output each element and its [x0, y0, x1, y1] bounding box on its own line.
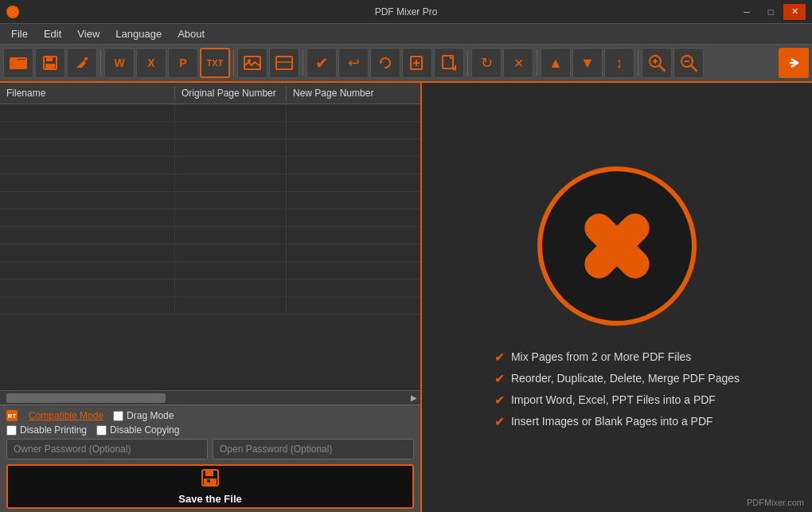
disable-printing-checkbox[interactable] [6, 425, 17, 436]
zoom-in-button[interactable] [642, 48, 672, 78]
table-row [0, 174, 420, 192]
svg-rect-8 [45, 64, 55, 68]
shapes-button[interactable] [269, 48, 299, 78]
table-row [0, 104, 420, 122]
extract-button[interactable] [67, 48, 97, 78]
table-row [0, 279, 420, 297]
txt-button[interactable]: TXT [200, 48, 230, 78]
svg-rect-30 [205, 470, 213, 476]
check-button[interactable]: ✔ [306, 48, 337, 78]
drag-mode-checkbox[interactable] [113, 411, 123, 421]
add-page-button[interactable] [402, 48, 432, 78]
minimize-button[interactable]: ─ [736, 4, 758, 20]
right-panel: ✔ Mix Pages from 2 or More PDF Files ✔ R… [422, 83, 812, 512]
bottom-controls: RT Compatible Mode Drag Mode Disable Pri… [0, 405, 420, 512]
image-button[interactable] [237, 48, 267, 78]
window-title: PDF Mixer Pro [375, 6, 438, 18]
compatible-mode-link[interactable]: Compatible Mode [29, 410, 103, 421]
feature-text-2: Reorder, Duplicate, Delete, Merge PDF Pa… [511, 372, 740, 385]
close-button[interactable]: ✕ [783, 4, 806, 20]
feature-item: ✔ Insert Images or Blank Pages into a PD… [494, 414, 740, 429]
left-panel: Filename Original Page Number New Page N… [0, 83, 422, 512]
save-file-button[interactable]: Save the File [6, 464, 414, 509]
drag-mode-label: Drag Mode [127, 410, 174, 421]
filename-header: Filename [0, 86, 175, 100]
titlebar-left [6, 6, 19, 18]
svg-rect-7 [46, 57, 53, 61]
table-row [0, 209, 420, 227]
table-row [0, 192, 420, 209]
svg-line-25 [691, 65, 697, 71]
disable-copying-label: Disable Copying [110, 424, 179, 436]
feature-text-3: Import Word, Excel, PPT Files into a PDF [511, 393, 716, 406]
check-icon: ✔ [494, 414, 505, 429]
excel-button[interactable]: X [136, 48, 166, 78]
save-toolbar-button[interactable] [35, 48, 65, 78]
refresh-button[interactable]: ↻ [471, 48, 502, 78]
scrollbar-thumb[interactable] [6, 393, 166, 403]
check-icon: ✔ [494, 350, 505, 365]
svg-point-9 [84, 57, 88, 61]
app-icon [6, 6, 19, 18]
move-down-button[interactable]: ▼ [572, 48, 603, 78]
feature-text-1: Mix Pages from 2 or More PDF Files [511, 350, 691, 363]
menu-language[interactable]: Language [107, 26, 170, 41]
logo-svg [569, 198, 665, 294]
feature-item: ✔ Reorder, Duplicate, Delete, Merge PDF … [494, 371, 740, 386]
features-list: ✔ Mix Pages from 2 or More PDF Files ✔ R… [494, 350, 740, 429]
table-row [0, 297, 420, 315]
scroll-right-arrow[interactable]: ▶ [411, 393, 417, 402]
drag-mode-checkbox-label[interactable]: Drag Mode [113, 410, 174, 421]
export-button[interactable] [779, 48, 809, 78]
table-row [0, 139, 420, 157]
menubar: File Edit View Language About [0, 24, 812, 45]
table-header: Filename Original Page Number New Page N… [0, 83, 420, 104]
disable-copying-checkbox-label[interactable]: Disable Copying [96, 424, 179, 436]
footer-link: PDFMixer.com [747, 498, 804, 507]
window-controls[interactable]: ─ □ ✕ [736, 4, 806, 20]
app-logo [537, 166, 697, 326]
password-row [6, 439, 414, 459]
table-body[interactable] [0, 104, 420, 390]
disable-copying-checkbox[interactable] [96, 425, 107, 436]
check-icon: ✔ [494, 371, 505, 386]
new-page-header: New Page Number [287, 86, 420, 100]
delete-button[interactable]: ✕ [503, 48, 533, 78]
ppt-button[interactable]: P [168, 48, 198, 78]
svg-line-21 [659, 65, 665, 71]
check-icon: ✔ [494, 393, 505, 408]
maximize-button[interactable]: □ [759, 4, 782, 20]
logo-container [537, 166, 697, 326]
menu-view[interactable]: View [69, 26, 107, 41]
owner-password-input[interactable] [6, 439, 208, 459]
open-file-button[interactable] [3, 48, 33, 78]
table-row [0, 244, 420, 262]
blank-page-button[interactable] [434, 48, 464, 78]
feature-text-4: Insert Images or Blank Pages into a PDF [511, 415, 713, 428]
move-updown-button[interactable]: ↕ [604, 48, 634, 78]
toolbar: W X P TXT ✔ ↩ [0, 45, 812, 83]
table-row [0, 157, 420, 174]
menu-about[interactable]: About [170, 26, 213, 41]
zoom-out-button[interactable] [673, 48, 704, 78]
svg-rect-12 [276, 57, 292, 69]
main-content: Filename Original Page Number New Page N… [0, 83, 812, 512]
original-page-header: Original Page Number [175, 86, 287, 100]
horizontal-scrollbar[interactable]: ▶ [0, 390, 420, 405]
save-file-icon [201, 468, 220, 491]
svg-rect-19 [452, 68, 456, 70]
menu-edit[interactable]: Edit [36, 26, 69, 41]
undo-button[interactable]: ↩ [338, 48, 369, 78]
menu-file[interactable]: File [3, 26, 36, 41]
table-row [0, 122, 420, 139]
open-password-input[interactable] [213, 439, 414, 459]
rt-icon: RT [6, 410, 18, 421]
move-up-button[interactable]: ▲ [541, 48, 571, 78]
word-button[interactable]: W [104, 48, 135, 78]
feature-item: ✔ Import Word, Excel, PPT Files into a P… [494, 393, 740, 408]
feature-item: ✔ Mix Pages from 2 or More PDF Files [494, 350, 740, 365]
rotate-button[interactable] [370, 48, 400, 78]
disable-printing-checkbox-label[interactable]: Disable Printing [6, 424, 87, 436]
disable-printing-label: Disable Printing [20, 424, 87, 436]
svg-rect-5 [10, 60, 26, 68]
